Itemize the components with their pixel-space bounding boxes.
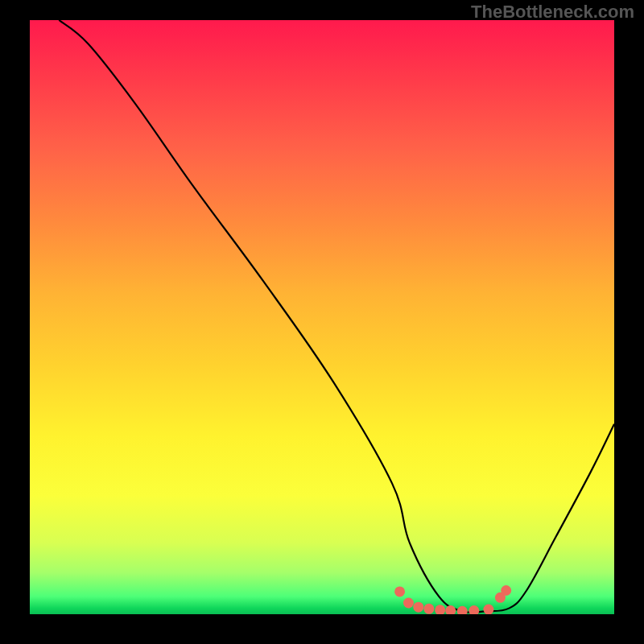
accent-dot — [403, 597, 414, 608]
accent-dot — [435, 605, 445, 614]
accent-dot — [469, 605, 479, 614]
accent-dot — [457, 606, 468, 614]
accent-dot — [483, 605, 493, 614]
accent-dot — [394, 586, 405, 597]
plot-area — [30, 20, 614, 614]
bottleneck-curve — [59, 20, 614, 613]
accent-dot — [501, 585, 511, 596]
accent-dot — [423, 604, 434, 614]
accent-dots — [394, 585, 511, 614]
accent-dot — [445, 605, 456, 614]
chart-svg — [30, 20, 614, 614]
accent-dot — [413, 602, 423, 613]
watermark-text: TheBottleneck.com — [471, 2, 634, 23]
